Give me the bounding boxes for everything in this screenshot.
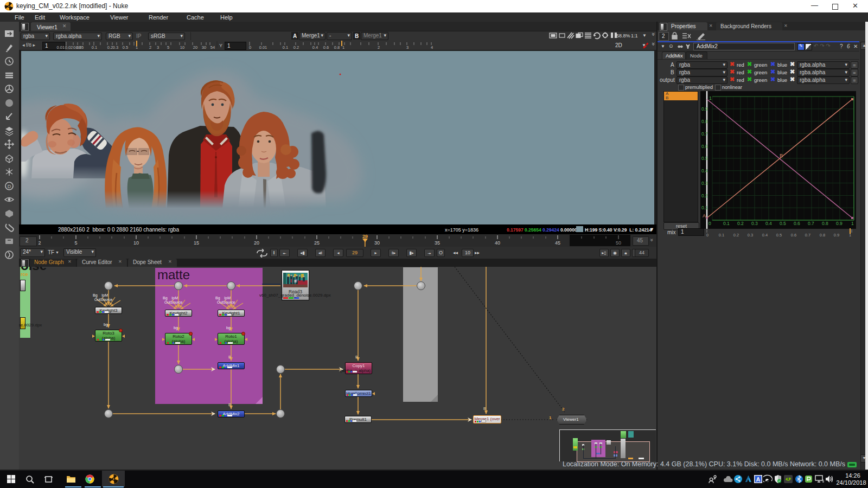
svg-text:0.9: 0.9 — [836, 221, 843, 226]
svg-text:50: 50 — [616, 240, 621, 246]
svg-text:0.8: 0.8 — [822, 221, 828, 226]
svg-text:0.2: 0.2 — [293, 45, 299, 50]
svg-text:A: A — [703, 213, 706, 219]
svg-text:0.6: 0.6 — [791, 233, 796, 237]
svg-text:20: 20 — [254, 240, 259, 246]
svg-text:0.2: 0.2 — [733, 233, 739, 237]
svg-text:0.1: 0.1 — [283, 45, 288, 50]
svg-text:0.1: 0.1 — [723, 221, 730, 226]
svg-text:10: 10 — [180, 45, 184, 50]
svg-text:0.4: 0.4 — [762, 233, 768, 237]
svg-text:0.3: 0.3 — [701, 181, 708, 186]
svg-text:0.01: 0.01 — [259, 45, 267, 50]
svg-text:3: 3 — [157, 45, 159, 50]
svg-text:0.2: 0.2 — [737, 221, 744, 226]
svg-text:0.6: 0.6 — [701, 144, 708, 149]
svg-text:0.1: 0.1 — [92, 45, 97, 50]
svg-text:B: B — [780, 153, 783, 158]
svg-text:0.6: 0.6 — [323, 45, 329, 50]
svg-text:3: 3 — [406, 45, 409, 50]
svg-text:0.5: 0.5 — [780, 221, 786, 226]
svg-text:0.5: 0.5 — [701, 156, 708, 161]
svg-text:0.2: 0.2 — [701, 193, 708, 198]
svg-text:0: 0 — [706, 233, 709, 237]
svg-text:0.1: 0.1 — [701, 205, 708, 210]
svg-text:0.8: 0.8 — [820, 233, 825, 237]
svg-text:5: 5 — [167, 45, 169, 50]
svg-text:5: 5 — [74, 240, 77, 246]
svg-text:4: 4 — [431, 45, 433, 50]
svg-text:0.3: 0.3 — [113, 45, 118, 50]
svg-text:1: 1 — [851, 221, 854, 226]
svg-text:0.4: 0.4 — [312, 45, 318, 50]
svg-text:D: D — [8, 184, 11, 189]
svg-text:0.2: 0.2 — [107, 45, 113, 50]
svg-text:10: 10 — [133, 240, 139, 246]
svg-text:0.6: 0.6 — [794, 221, 800, 226]
svg-text:2: 2 — [38, 240, 41, 246]
svg-text:0.7: 0.7 — [808, 221, 814, 226]
svg-text:0: 0 — [249, 45, 251, 50]
svg-text:54: 54 — [210, 45, 215, 50]
svg-text:1: 1 — [342, 45, 344, 50]
svg-text:0.9: 0.9 — [701, 106, 708, 112]
svg-text:35: 35 — [435, 240, 440, 246]
svg-text:0.7: 0.7 — [805, 233, 810, 237]
svg-text:0.8: 0.8 — [701, 119, 708, 124]
svg-text:0.3: 0.3 — [751, 221, 758, 226]
svg-text:29: 29 — [362, 234, 368, 239]
svg-text:0.1: 0.1 — [719, 233, 724, 237]
svg-text:0.05: 0.05 — [76, 45, 84, 50]
svg-text:30: 30 — [202, 45, 206, 50]
svg-text:0.4: 0.4 — [765, 221, 772, 226]
svg-text:20: 20 — [193, 45, 197, 50]
svg-text:A: A — [756, 476, 761, 483]
svg-text:25: 25 — [314, 240, 320, 246]
svg-text:45: 45 — [555, 240, 560, 246]
svg-text:1: 1 — [849, 233, 851, 237]
svg-text:15: 15 — [194, 240, 199, 246]
svg-text:0.5: 0.5 — [123, 45, 128, 50]
svg-text:0.7: 0.7 — [701, 131, 708, 137]
svg-text:2: 2 — [378, 45, 380, 50]
svg-text:0.5: 0.5 — [776, 233, 782, 237]
svg-text:30: 30 — [374, 240, 380, 246]
svg-text:40: 40 — [495, 240, 500, 246]
svg-text:0.3: 0.3 — [748, 233, 753, 237]
svg-text:2: 2 — [149, 45, 151, 50]
svg-text:0.8: 0.8 — [334, 45, 340, 50]
svg-text:1: 1 — [709, 95, 712, 101]
svg-text:1: 1 — [136, 45, 138, 50]
svg-text:0: 0 — [709, 221, 711, 226]
svg-text:0.9: 0.9 — [834, 233, 839, 237]
svg-text:0.4: 0.4 — [701, 168, 708, 174]
